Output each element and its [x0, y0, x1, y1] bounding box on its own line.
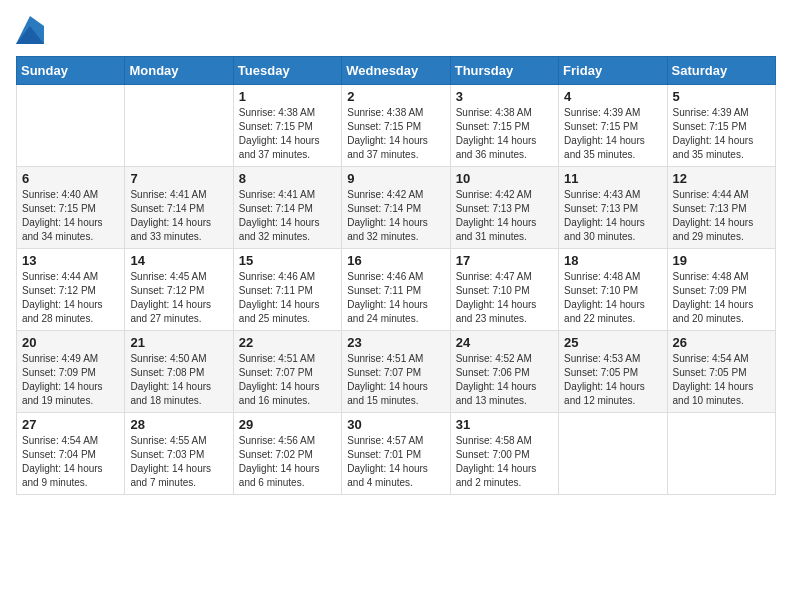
day-info: Sunrise: 4:42 AM Sunset: 7:13 PM Dayligh… [456, 188, 553, 244]
weekday-header-thursday: Thursday [450, 57, 558, 85]
calendar-cell: 13Sunrise: 4:44 AM Sunset: 7:12 PM Dayli… [17, 249, 125, 331]
day-number: 12 [673, 171, 770, 186]
day-number: 18 [564, 253, 661, 268]
day-info: Sunrise: 4:45 AM Sunset: 7:12 PM Dayligh… [130, 270, 227, 326]
weekday-header-wednesday: Wednesday [342, 57, 450, 85]
day-number: 24 [456, 335, 553, 350]
day-number: 8 [239, 171, 336, 186]
weekday-header-monday: Monday [125, 57, 233, 85]
day-info: Sunrise: 4:48 AM Sunset: 7:09 PM Dayligh… [673, 270, 770, 326]
day-number: 22 [239, 335, 336, 350]
calendar-cell: 16Sunrise: 4:46 AM Sunset: 7:11 PM Dayli… [342, 249, 450, 331]
calendar-cell: 15Sunrise: 4:46 AM Sunset: 7:11 PM Dayli… [233, 249, 341, 331]
day-number: 7 [130, 171, 227, 186]
calendar-cell: 14Sunrise: 4:45 AM Sunset: 7:12 PM Dayli… [125, 249, 233, 331]
calendar-cell: 22Sunrise: 4:51 AM Sunset: 7:07 PM Dayli… [233, 331, 341, 413]
weekday-header-tuesday: Tuesday [233, 57, 341, 85]
day-number: 23 [347, 335, 444, 350]
calendar-cell: 30Sunrise: 4:57 AM Sunset: 7:01 PM Dayli… [342, 413, 450, 495]
calendar-cell: 29Sunrise: 4:56 AM Sunset: 7:02 PM Dayli… [233, 413, 341, 495]
calendar-cell: 4Sunrise: 4:39 AM Sunset: 7:15 PM Daylig… [559, 85, 667, 167]
calendar-cell: 1Sunrise: 4:38 AM Sunset: 7:15 PM Daylig… [233, 85, 341, 167]
day-number: 17 [456, 253, 553, 268]
weekday-header-sunday: Sunday [17, 57, 125, 85]
day-info: Sunrise: 4:41 AM Sunset: 7:14 PM Dayligh… [130, 188, 227, 244]
day-number: 1 [239, 89, 336, 104]
day-info: Sunrise: 4:38 AM Sunset: 7:15 PM Dayligh… [456, 106, 553, 162]
day-info: Sunrise: 4:51 AM Sunset: 7:07 PM Dayligh… [239, 352, 336, 408]
day-number: 10 [456, 171, 553, 186]
calendar-cell [125, 85, 233, 167]
calendar-cell: 24Sunrise: 4:52 AM Sunset: 7:06 PM Dayli… [450, 331, 558, 413]
calendar-cell [667, 413, 775, 495]
calendar-cell: 25Sunrise: 4:53 AM Sunset: 7:05 PM Dayli… [559, 331, 667, 413]
day-info: Sunrise: 4:46 AM Sunset: 7:11 PM Dayligh… [239, 270, 336, 326]
week-row-5: 27Sunrise: 4:54 AM Sunset: 7:04 PM Dayli… [17, 413, 776, 495]
calendar-cell: 31Sunrise: 4:58 AM Sunset: 7:00 PM Dayli… [450, 413, 558, 495]
day-number: 5 [673, 89, 770, 104]
day-info: Sunrise: 4:58 AM Sunset: 7:00 PM Dayligh… [456, 434, 553, 490]
day-info: Sunrise: 4:38 AM Sunset: 7:15 PM Dayligh… [347, 106, 444, 162]
calendar-cell: 17Sunrise: 4:47 AM Sunset: 7:10 PM Dayli… [450, 249, 558, 331]
calendar-cell: 12Sunrise: 4:44 AM Sunset: 7:13 PM Dayli… [667, 167, 775, 249]
day-number: 21 [130, 335, 227, 350]
day-info: Sunrise: 4:39 AM Sunset: 7:15 PM Dayligh… [673, 106, 770, 162]
calendar-cell: 20Sunrise: 4:49 AM Sunset: 7:09 PM Dayli… [17, 331, 125, 413]
weekday-header-saturday: Saturday [667, 57, 775, 85]
calendar-cell: 8Sunrise: 4:41 AM Sunset: 7:14 PM Daylig… [233, 167, 341, 249]
calendar-cell: 10Sunrise: 4:42 AM Sunset: 7:13 PM Dayli… [450, 167, 558, 249]
day-info: Sunrise: 4:42 AM Sunset: 7:14 PM Dayligh… [347, 188, 444, 244]
day-number: 13 [22, 253, 119, 268]
day-info: Sunrise: 4:46 AM Sunset: 7:11 PM Dayligh… [347, 270, 444, 326]
day-info: Sunrise: 4:51 AM Sunset: 7:07 PM Dayligh… [347, 352, 444, 408]
day-number: 4 [564, 89, 661, 104]
calendar-cell: 2Sunrise: 4:38 AM Sunset: 7:15 PM Daylig… [342, 85, 450, 167]
day-number: 3 [456, 89, 553, 104]
day-info: Sunrise: 4:40 AM Sunset: 7:15 PM Dayligh… [22, 188, 119, 244]
day-info: Sunrise: 4:50 AM Sunset: 7:08 PM Dayligh… [130, 352, 227, 408]
day-number: 29 [239, 417, 336, 432]
day-number: 19 [673, 253, 770, 268]
calendar-cell: 3Sunrise: 4:38 AM Sunset: 7:15 PM Daylig… [450, 85, 558, 167]
day-number: 2 [347, 89, 444, 104]
week-row-4: 20Sunrise: 4:49 AM Sunset: 7:09 PM Dayli… [17, 331, 776, 413]
day-info: Sunrise: 4:54 AM Sunset: 7:04 PM Dayligh… [22, 434, 119, 490]
day-number: 14 [130, 253, 227, 268]
calendar-cell: 11Sunrise: 4:43 AM Sunset: 7:13 PM Dayli… [559, 167, 667, 249]
day-info: Sunrise: 4:41 AM Sunset: 7:14 PM Dayligh… [239, 188, 336, 244]
day-number: 16 [347, 253, 444, 268]
calendar-table: SundayMondayTuesdayWednesdayThursdayFrid… [16, 56, 776, 495]
logo [16, 16, 48, 44]
calendar-cell: 19Sunrise: 4:48 AM Sunset: 7:09 PM Dayli… [667, 249, 775, 331]
day-info: Sunrise: 4:39 AM Sunset: 7:15 PM Dayligh… [564, 106, 661, 162]
calendar-cell [559, 413, 667, 495]
day-number: 28 [130, 417, 227, 432]
day-number: 11 [564, 171, 661, 186]
day-number: 25 [564, 335, 661, 350]
day-number: 27 [22, 417, 119, 432]
day-number: 6 [22, 171, 119, 186]
calendar-cell: 6Sunrise: 4:40 AM Sunset: 7:15 PM Daylig… [17, 167, 125, 249]
week-row-2: 6Sunrise: 4:40 AM Sunset: 7:15 PM Daylig… [17, 167, 776, 249]
day-number: 31 [456, 417, 553, 432]
week-row-3: 13Sunrise: 4:44 AM Sunset: 7:12 PM Dayli… [17, 249, 776, 331]
day-info: Sunrise: 4:48 AM Sunset: 7:10 PM Dayligh… [564, 270, 661, 326]
calendar-cell: 5Sunrise: 4:39 AM Sunset: 7:15 PM Daylig… [667, 85, 775, 167]
calendar-cell: 7Sunrise: 4:41 AM Sunset: 7:14 PM Daylig… [125, 167, 233, 249]
calendar-cell [17, 85, 125, 167]
page-header [16, 16, 776, 44]
day-info: Sunrise: 4:47 AM Sunset: 7:10 PM Dayligh… [456, 270, 553, 326]
day-info: Sunrise: 4:43 AM Sunset: 7:13 PM Dayligh… [564, 188, 661, 244]
calendar-cell: 9Sunrise: 4:42 AM Sunset: 7:14 PM Daylig… [342, 167, 450, 249]
logo-icon [16, 16, 44, 44]
weekday-header-row: SundayMondayTuesdayWednesdayThursdayFrid… [17, 57, 776, 85]
calendar-cell: 27Sunrise: 4:54 AM Sunset: 7:04 PM Dayli… [17, 413, 125, 495]
day-info: Sunrise: 4:44 AM Sunset: 7:13 PM Dayligh… [673, 188, 770, 244]
day-number: 15 [239, 253, 336, 268]
day-info: Sunrise: 4:38 AM Sunset: 7:15 PM Dayligh… [239, 106, 336, 162]
weekday-header-friday: Friday [559, 57, 667, 85]
calendar-body: 1Sunrise: 4:38 AM Sunset: 7:15 PM Daylig… [17, 85, 776, 495]
day-info: Sunrise: 4:55 AM Sunset: 7:03 PM Dayligh… [130, 434, 227, 490]
day-number: 30 [347, 417, 444, 432]
day-number: 20 [22, 335, 119, 350]
